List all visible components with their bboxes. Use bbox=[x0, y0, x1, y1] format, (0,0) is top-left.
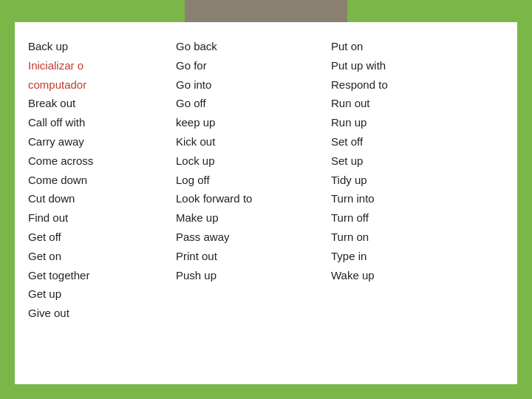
col1-item-3: Break out bbox=[28, 94, 176, 113]
col1-item-5: Carry away bbox=[28, 132, 176, 151]
col3-item-2: Respond to bbox=[331, 75, 486, 95]
page-background: Back upInicializar ocomputadorBreak outC… bbox=[0, 0, 532, 399]
col3-item-12: Wake up bbox=[331, 266, 486, 285]
col1-item-9: Find out bbox=[28, 208, 176, 228]
column-2: Go backGo forGo intoGo offkeep upKick ou… bbox=[176, 37, 331, 372]
col2-item-12: Push up bbox=[176, 266, 331, 285]
col1-item-8: Cut down bbox=[28, 189, 176, 208]
col3-item-5: Set off bbox=[331, 132, 486, 151]
col3-item-10: Turn on bbox=[331, 228, 486, 247]
col2-item-1: Go for bbox=[176, 56, 331, 75]
col1-item-2: computador bbox=[28, 75, 176, 95]
col3-item-8: Turn into bbox=[331, 189, 486, 208]
col2-item-6: Lock up bbox=[176, 151, 331, 171]
col1-item-14: Give out bbox=[28, 304, 176, 323]
col2-item-4: keep up bbox=[176, 113, 331, 132]
col3-item-4: Run up bbox=[331, 113, 486, 132]
col2-item-8: Look forward to bbox=[176, 189, 331, 208]
col3-item-7: Tidy up bbox=[331, 171, 486, 190]
col3-item-6: Set up bbox=[331, 151, 486, 171]
col1-item-1: Inicializar o bbox=[28, 56, 176, 75]
col1-item-12: Get together bbox=[28, 266, 176, 285]
col1-item-10: Get off bbox=[28, 228, 176, 247]
col2-item-2: Go into bbox=[176, 75, 331, 95]
col2-item-10: Pass away bbox=[176, 228, 331, 247]
col2-item-0: Go back bbox=[176, 37, 331, 56]
content-card: Back upInicializar ocomputadorBreak outC… bbox=[15, 22, 517, 384]
col3-item-11: Type in bbox=[331, 247, 486, 266]
col1-item-13: Get up bbox=[28, 284, 176, 304]
col1-item-4: Call off with bbox=[28, 113, 176, 132]
col1-item-11: Get on bbox=[28, 247, 176, 266]
col2-item-3: Go off bbox=[176, 94, 331, 113]
column-1: Back upInicializar ocomputadorBreak outC… bbox=[28, 37, 176, 372]
col1-item-6: Come across bbox=[28, 151, 176, 171]
col3-item-1: Put up with bbox=[331, 56, 486, 75]
col1-item-7: Come down bbox=[28, 171, 176, 190]
col3-item-9: Turn off bbox=[331, 208, 486, 228]
col2-item-11: Print out bbox=[176, 247, 331, 266]
col3-item-3: Run out bbox=[331, 94, 486, 113]
col2-item-9: Make up bbox=[176, 208, 331, 228]
col3-item-0: Put on bbox=[331, 37, 486, 56]
col2-item-7: Log off bbox=[176, 171, 331, 190]
column-3: Put onPut up withRespond toRun outRun up… bbox=[331, 37, 486, 372]
col2-item-5: Kick out bbox=[176, 132, 331, 151]
col1-item-0: Back up bbox=[28, 37, 176, 56]
